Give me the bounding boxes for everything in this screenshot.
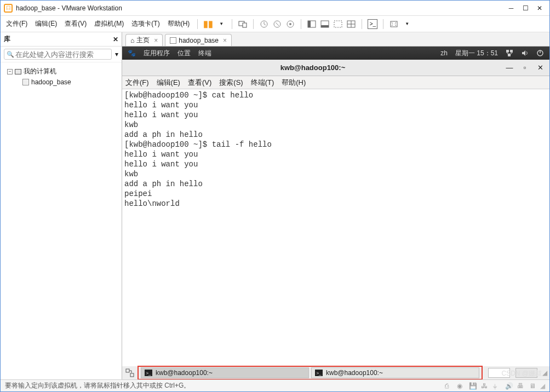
status-floppy-icon[interactable]: 💾 (469, 382, 478, 390)
term-menu-help[interactable]: 帮助(H) (282, 78, 306, 88)
resize-grip-icon[interactable]: ◢ (540, 382, 545, 390)
expand-icon[interactable]: − (7, 69, 13, 74)
layout2-icon[interactable] (320, 19, 330, 29)
library-title: 库 (4, 34, 10, 44)
search-dropdown-icon[interactable]: ▾ (115, 50, 118, 58)
close-button[interactable]: ✕ (533, 3, 546, 13)
gnome-language[interactable]: zh (440, 49, 448, 57)
library-close-button[interactable]: ✕ (113, 36, 118, 43)
power-icon[interactable] (536, 49, 544, 57)
vm-icon (170, 37, 176, 44)
tab-home[interactable]: ⌂ 主页 × (125, 34, 163, 46)
tree-item-label: hadoop_base (31, 78, 71, 86)
svg-point-5 (289, 23, 291, 25)
computer-icon (15, 69, 21, 74)
tab-home-label: 主页 (136, 36, 150, 45)
status-display-icon[interactable]: 🖥 (529, 382, 538, 390)
fullscreen-icon[interactable] (389, 19, 399, 29)
status-sound-icon[interactable]: 🔊 (505, 382, 514, 390)
watermark: CSDN @姗叔 (501, 369, 542, 378)
menu-edit[interactable]: 编辑(E) (33, 19, 59, 28)
svg-rect-12 (391, 21, 397, 27)
snapshot-revert-icon[interactable] (272, 19, 282, 29)
vm-tabs: ⌂ 主页 × hadoop_base × (122, 32, 549, 47)
menu-file[interactable]: 文件(F) (4, 19, 30, 28)
menu-tabs[interactable]: 选项卡(T) (129, 19, 162, 28)
library-panel: 库 ✕ 🔍 ▾ − 我的计算机 hadoop_base (1, 32, 122, 379)
menu-vm[interactable]: 虚拟机(M) (92, 19, 126, 28)
task-button-terminal-2[interactable]: >_ kwb@hadoop100:~ (311, 367, 479, 378)
layout4-icon[interactable] (346, 19, 356, 29)
tree-item-hadoop-base[interactable]: hadoop_base (3, 77, 119, 87)
layout3-icon[interactable] (333, 19, 343, 29)
body: 库 ✕ 🔍 ▾ − 我的计算机 hadoop_base (1, 32, 549, 379)
terminal-minimize-button[interactable]: — (503, 63, 515, 73)
separator (301, 19, 301, 29)
gnome-places[interactable]: 位置 (177, 49, 191, 58)
svg-rect-18 (130, 373, 134, 377)
minimize-button[interactable]: ─ (505, 3, 518, 13)
terminal-icon: >_ (315, 370, 323, 376)
terminal-icon: >_ (145, 370, 152, 376)
library-search: 🔍 ▾ (1, 47, 122, 62)
separator (362, 19, 362, 29)
terminal-maximize-button[interactable]: ▫ (519, 63, 531, 73)
svg-rect-17 (126, 369, 129, 372)
pause-icon[interactable]: ▮▮ (203, 19, 213, 29)
term-menu-terminal[interactable]: 终端(T) (251, 78, 274, 88)
layout1-icon[interactable] (307, 19, 317, 29)
toolbar-dropdown2-icon[interactable]: ▼ (402, 19, 412, 29)
status-printer-icon[interactable]: 🖶 (517, 382, 526, 390)
terminal-titlebar: kwb@hadoop100:~ — ▫ ✕ (122, 60, 549, 76)
gnome-clock: 星期一 15：51 (455, 49, 498, 58)
gnome-terminal[interactable]: 终端 (198, 49, 211, 58)
svg-rect-10 (334, 21, 342, 27)
tab-hadoop-base[interactable]: hadoop_base × (165, 34, 232, 46)
status-cd-icon[interactable]: ◉ (457, 382, 466, 390)
task-button-terminal-1[interactable]: >_ kwb@hadoop100:~ (141, 367, 309, 378)
svg-rect-13 (506, 50, 509, 53)
search-input[interactable] (5, 49, 110, 59)
terminal-close-button[interactable]: ✕ (534, 63, 546, 73)
menu-help[interactable]: 帮助(H) (165, 19, 192, 28)
toolbar-dropdown-icon[interactable]: ▼ (216, 19, 226, 29)
menu-view[interactable]: 查看(V) (62, 19, 89, 28)
snapshot-icon[interactable] (259, 19, 269, 29)
status-usb-icon[interactable]: ⏚ (493, 382, 502, 390)
home-icon: ⌂ (130, 37, 134, 44)
console-icon[interactable]: >_ (368, 19, 377, 29)
status-device-icon[interactable]: ⎙ (445, 382, 454, 390)
status-network-icon[interactable]: 🖧 (481, 382, 490, 390)
term-menu-file[interactable]: 文件(F) (125, 78, 149, 88)
statusbar: 要将输入定向到该虚拟机，请将鼠标指针移入其中或按 Ctrl+G。 ⎙ ◉ 💾 🖧… (1, 379, 549, 391)
separator (383, 19, 383, 29)
terminal-output[interactable]: [kwb@hadoop100 ~]$ cat hello hello i wan… (122, 89, 549, 366)
gnome-applications[interactable]: 应用程序 (144, 49, 170, 58)
task-button-label: kwb@hadoop100:~ (326, 369, 383, 377)
snapshot-manager-icon[interactable] (285, 19, 295, 29)
svg-rect-9 (321, 25, 329, 27)
network-icon[interactable] (506, 49, 513, 57)
workspace-switcher-icon[interactable] (124, 367, 135, 378)
svg-rect-14 (510, 50, 513, 53)
separator (253, 19, 254, 29)
term-menu-edit[interactable]: 编辑(E) (157, 78, 180, 88)
connect-icon[interactable] (238, 19, 248, 29)
volume-icon[interactable] (521, 49, 529, 57)
tab-vm-close[interactable]: × (223, 37, 227, 44)
tree-root[interactable]: − 我的计算机 (3, 66, 119, 77)
library-tree: − 我的计算机 hadoop_base (1, 62, 122, 379)
tab-home-close[interactable]: × (154, 37, 158, 44)
terminal-title: kwb@hadoop100:~ (125, 64, 500, 72)
task-button-label: kwb@hadoop100:~ (156, 369, 213, 377)
taskbar-highlight: >_ kwb@hadoop100:~ >_ kwb@hadoop100:~ (138, 366, 483, 380)
activities-icon[interactable]: 🐾 (128, 49, 136, 57)
app-window: 口 hadoop_base - VMware Workstation ─ ☐ ✕… (0, 0, 550, 392)
maximize-button[interactable]: ☐ (519, 3, 532, 13)
tab-vm-label: hadoop_base (179, 37, 219, 44)
term-menu-view[interactable]: 查看(V) (188, 78, 211, 88)
term-menu-search[interactable]: 搜索(S) (219, 78, 243, 88)
separator (197, 19, 198, 29)
window-title: hadoop_base - VMware Workstation (16, 4, 503, 12)
main-area: ⌂ 主页 × hadoop_base × 🐾 应用程序 位置 终端 zh 星期一… (122, 32, 549, 379)
